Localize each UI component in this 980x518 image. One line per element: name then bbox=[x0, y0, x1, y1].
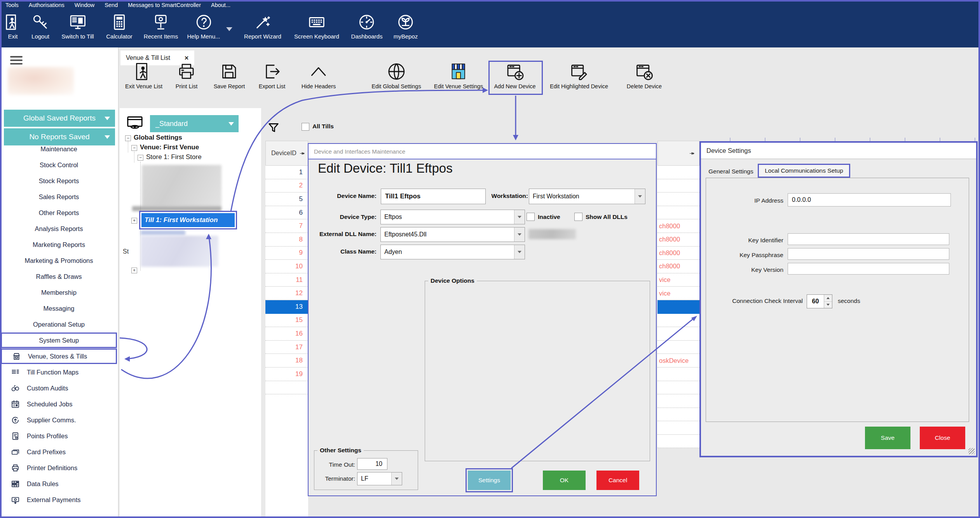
sidebar-item-stock-control[interactable]: Stock Control bbox=[1, 157, 117, 173]
terminator-select[interactable]: LF bbox=[357, 472, 402, 485]
sidebar-item-custom-audits[interactable]: Custom Audits bbox=[1, 380, 117, 396]
tree-expander-venue[interactable]: − bbox=[131, 145, 137, 151]
sidebar-item-printer-definitions[interactable]: Printer Definitions bbox=[1, 460, 117, 476]
grid-row-empty[interactable] bbox=[657, 394, 699, 408]
grid-row-empty[interactable] bbox=[265, 381, 308, 395]
sidebar-item-data-rules[interactable]: Data Rules bbox=[1, 476, 117, 492]
toolbar-screen-keyboard[interactable]: Screen Keyboard bbox=[294, 13, 339, 40]
grid-row-device-8[interactable]: 8 bbox=[265, 233, 308, 247]
all-tills-checkbox[interactable] bbox=[302, 123, 309, 131]
grid-row-fragment-11[interactable]: vice bbox=[657, 273, 699, 287]
grid-row-device-9[interactable]: 9 bbox=[265, 247, 308, 260]
grid-row-fragment-10[interactable]: ch8000 bbox=[657, 260, 699, 273]
chevron-down-icon[interactable] bbox=[514, 228, 525, 242]
grid-row-fragment-17[interactable] bbox=[657, 341, 699, 354]
connection-check-interval-stepper[interactable]: 60 bbox=[807, 294, 832, 308]
key-passphrase-input[interactable] bbox=[788, 248, 949, 260]
time-out-input[interactable]: 10 bbox=[357, 458, 387, 470]
hamburger-menu-icon[interactable] bbox=[10, 56, 23, 66]
grid-row-fragment-18[interactable]: oskDevice bbox=[657, 354, 699, 368]
list-toolbar-hide-headers[interactable]: Hide Headers bbox=[302, 61, 336, 89]
pin-icon[interactable] bbox=[300, 150, 305, 156]
chevron-down-icon[interactable] bbox=[635, 189, 645, 204]
sidebar-item-till-function-maps[interactable]: Till Function Maps bbox=[1, 364, 117, 380]
key-version-input[interactable] bbox=[788, 263, 949, 275]
sidebar-item-maintenance[interactable]: Maintenance bbox=[1, 141, 117, 157]
pin-icon[interactable] bbox=[689, 150, 695, 156]
sidebar-item-messaging[interactable]: Messaging bbox=[1, 301, 117, 316]
list-toolbar-print-list[interactable]: Print List bbox=[176, 61, 197, 89]
tree-expander-global[interactable]: − bbox=[125, 135, 131, 141]
tab-local-communications-setup[interactable]: Local Communications Setup bbox=[758, 164, 850, 178]
device-type-select[interactable]: Eftpos bbox=[380, 210, 525, 224]
sidebar-item-points-profiles[interactable]: Points Profiles bbox=[1, 428, 117, 444]
toolbar-mybepoz[interactable]: myBepoz bbox=[394, 13, 418, 40]
class-name-select[interactable]: Adyen bbox=[380, 245, 525, 259]
sidebar-item-sales-reports[interactable]: Sales Reports bbox=[1, 189, 117, 205]
sidebar-item-marketing-promotions[interactable]: Marketing & Promotions bbox=[1, 253, 117, 268]
sidebar-item-system-setup[interactable]: System Setup bbox=[1, 332, 117, 348]
list-toolbar-edit-highlighted-device[interactable]: Edit Highlighted Device bbox=[550, 61, 608, 89]
toolbar-recent-items[interactable]: Recent Items bbox=[144, 13, 178, 40]
dialog-title-bar[interactable]: Device Settings bbox=[701, 143, 976, 159]
sidebar-item-membership[interactable]: Membership bbox=[1, 285, 117, 300]
inactive-checkbox[interactable] bbox=[527, 213, 535, 221]
toolbar-calculator[interactable]: Calculator bbox=[106, 13, 133, 40]
external-dll-select[interactable]: Eftposnet45.Dll bbox=[380, 227, 525, 242]
device-name-input[interactable]: Till1 Eftpos bbox=[381, 189, 486, 204]
grid-row-device-6[interactable]: 6 bbox=[265, 206, 308, 220]
menu-item-authorisations[interactable]: Authorisations bbox=[29, 2, 65, 8]
list-toolbar-edit-venue-settings[interactable]: Edit Venue Settings bbox=[434, 61, 483, 89]
deviceid-column-header[interactable]: DeviceID bbox=[265, 141, 308, 166]
list-toolbar-export-list[interactable]: Export List bbox=[259, 61, 286, 89]
toolbar-help-menu[interactable]: Help Menu... bbox=[187, 13, 220, 40]
toolbar-switch-to-till[interactable]: Switch to Till bbox=[61, 13, 94, 40]
tree-node-global-settings[interactable]: Global Settings bbox=[134, 134, 182, 142]
save-button[interactable]: Save bbox=[865, 427, 910, 449]
grid-row-fragment-5[interactable] bbox=[657, 192, 699, 206]
stepper-up-icon[interactable] bbox=[824, 295, 832, 302]
grid-row-empty[interactable] bbox=[657, 408, 699, 422]
grid-row-device-1[interactable]: 1 bbox=[265, 166, 308, 179]
filter-icon[interactable] bbox=[267, 121, 280, 136]
grid-row-device-16[interactable]: 16 bbox=[265, 327, 308, 341]
sidebar-item-marketing-reports[interactable]: Marketing Reports bbox=[1, 237, 117, 252]
chevron-down-icon[interactable] bbox=[514, 210, 525, 224]
grid-row-device-5[interactable]: 5 bbox=[265, 192, 308, 206]
menu-item-about[interactable]: About... bbox=[211, 2, 230, 8]
close-button[interactable]: Close bbox=[920, 427, 965, 449]
toolbar-dashboards[interactable]: Dashboards bbox=[351, 13, 383, 40]
grid-row-empty[interactable] bbox=[657, 435, 699, 448]
tree-expander-till1[interactable]: + bbox=[131, 218, 137, 224]
grid-row-fragment-15[interactable] bbox=[657, 314, 699, 327]
grid-row-device-19[interactable]: 19 bbox=[265, 368, 308, 381]
tree-expander-collapsed[interactable]: + bbox=[131, 268, 137, 273]
tree-view-icon[interactable] bbox=[126, 114, 144, 134]
sidebar-item-stock-reports[interactable]: Stock Reports bbox=[1, 173, 117, 189]
grid-row-fragment-2[interactable] bbox=[657, 179, 699, 193]
grid-row-fragment-7[interactable]: ch8000 bbox=[657, 219, 699, 233]
grid-row-fragment-8[interactable]: ch8000 bbox=[657, 233, 699, 247]
menu-item-send[interactable]: Send bbox=[105, 2, 118, 8]
grid-row-fragment-9[interactable]: ch8000 bbox=[657, 247, 699, 260]
grid-row-fragment-16[interactable] bbox=[657, 327, 699, 341]
chevron-down-icon[interactable] bbox=[391, 472, 402, 485]
sidebar-item-raffles-draws[interactable]: Raffles & Draws bbox=[1, 269, 117, 284]
sidebar-item-scheduled-jobs[interactable]: Scheduled Jobs bbox=[1, 396, 117, 412]
list-toolbar-exit-venue-list[interactable]: Exit Venue List bbox=[125, 61, 162, 89]
stepper-down-icon[interactable] bbox=[824, 302, 832, 308]
tab-close-icon[interactable]: ✕ bbox=[184, 55, 189, 61]
toolbar-logout[interactable]: Logout bbox=[31, 13, 49, 40]
grid-row-fragment-13[interactable] bbox=[657, 300, 699, 314]
grid-row-device-7[interactable]: 7 bbox=[265, 219, 308, 233]
ip-address-input[interactable]: 0.0.0.0 bbox=[788, 193, 951, 206]
view-preset-select[interactable]: _Standard bbox=[150, 115, 239, 132]
chevron-down-icon[interactable] bbox=[514, 245, 525, 259]
tree-node-first-store[interactable]: Store 1: First Store bbox=[146, 153, 202, 161]
tree-expander-store[interactable]: − bbox=[138, 155, 143, 161]
grid-row-device-10[interactable]: 10 bbox=[265, 260, 308, 273]
sidebar-item-card-prefixes[interactable]: Card Prefixes bbox=[1, 444, 117, 460]
help-menu-dropdown-icon[interactable] bbox=[226, 27, 232, 31]
menu-item-messages-to-smartcontroller[interactable]: Messages to SmartController bbox=[128, 2, 201, 8]
dialog-title-bar[interactable]: Device and Interfaces Maintenance bbox=[309, 144, 656, 159]
